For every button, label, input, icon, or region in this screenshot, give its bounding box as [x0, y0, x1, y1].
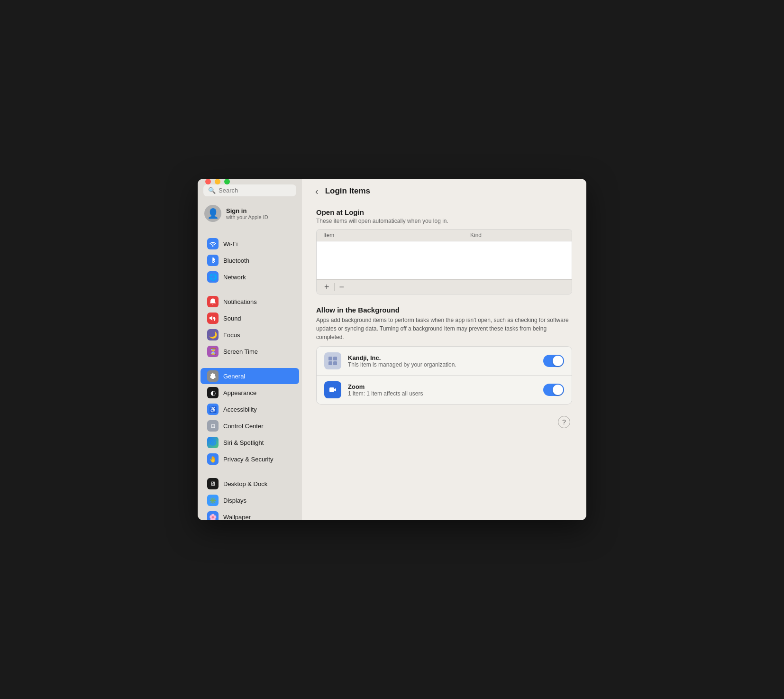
kandji-icon	[324, 352, 341, 369]
privacy-label: Privacy & Security	[223, 456, 273, 463]
column-item: Item	[323, 232, 470, 239]
system-preferences-window: 🔍 👤 Sign in with your Apple ID Wi-Fi	[198, 179, 586, 520]
sound-icon	[207, 313, 219, 324]
table-footer: + −	[317, 279, 572, 294]
open-at-login-section: Open at Login These items will open auto…	[316, 208, 572, 294]
accessibility-label: Accessibility	[223, 406, 257, 413]
main-header: ‹ Login Items	[302, 179, 586, 203]
sidebar-section-display: 🖥 Desktop & Dock ✳️ Displays 🌸 Wallpaper	[198, 473, 302, 520]
accessibility-icon: ♿	[207, 404, 219, 415]
sidebar-section-general: General ◐ Appearance ♿ Accessibility ⊞ C…	[198, 366, 302, 469]
sidebar-item-screentime[interactable]: ⏳ Screen Time	[201, 343, 299, 359]
table-header: Item Kind	[317, 230, 572, 241]
wallpaper-label: Wallpaper	[223, 514, 251, 521]
wifi-icon	[207, 238, 219, 249]
sidebar-section-network: Wi-Fi Bluetooth 🌐 Network	[198, 233, 302, 287]
kandji-info: Kandji, Inc. This item is managed by you…	[348, 354, 537, 368]
svg-rect-3	[333, 361, 337, 365]
search-input[interactable]	[219, 187, 292, 194]
sidebar-item-wifi[interactable]: Wi-Fi	[201, 236, 299, 252]
sidebar-section-notifications: Notifications Sound 🌙 Focus ⏳	[198, 291, 302, 362]
add-item-button[interactable]: +	[321, 282, 332, 292]
main-title: Login Items	[325, 186, 370, 196]
column-kind: Kind	[470, 232, 565, 239]
content-body: Open at Login These items will open auto…	[302, 203, 586, 442]
sidebar-item-appearance[interactable]: ◐ Appearance	[201, 385, 299, 401]
minimize-button[interactable]	[215, 179, 220, 184]
btn-divider	[334, 283, 335, 291]
zoom-name: Zoom	[348, 383, 537, 390]
allow-background-section: Allow in the Background Apps add backgro…	[316, 306, 572, 405]
displays-label: Displays	[223, 497, 246, 504]
sign-in-row[interactable]: 👤 Sign in with your Apple ID	[198, 201, 302, 226]
controlcenter-icon: ⊞	[207, 420, 219, 432]
maximize-button[interactable]	[224, 179, 230, 184]
wifi-label: Wi-Fi	[223, 240, 237, 248]
sidebar-item-privacy[interactable]: 🤚 Privacy & Security	[201, 451, 299, 467]
open-at-login-subtitle: These items will open automatically when…	[316, 218, 572, 224]
network-icon: 🌐	[207, 271, 219, 283]
remove-item-button[interactable]: −	[337, 282, 347, 292]
svg-rect-1	[333, 357, 337, 360]
notifications-icon	[207, 296, 219, 307]
sidebar-item-accessibility[interactable]: ♿ Accessibility	[201, 401, 299, 417]
kandji-desc: This item is managed by your organizatio…	[348, 361, 537, 368]
displays-icon: ✳️	[207, 495, 219, 506]
background-items-list: Kandji, Inc. This item is managed by you…	[316, 346, 572, 405]
focus-label: Focus	[223, 331, 240, 339]
siri-icon: 🌀	[207, 437, 219, 448]
bluetooth-icon	[207, 255, 219, 266]
sidebar-item-general[interactable]: General	[201, 368, 299, 384]
kandji-toggle[interactable]	[543, 355, 564, 367]
sign-in-title: Sign in	[226, 207, 268, 214]
svg-rect-2	[328, 361, 332, 365]
sidebar-item-desktop[interactable]: 🖥 Desktop & Dock	[201, 476, 299, 492]
zoom-icon	[324, 381, 341, 398]
sidebar-item-notifications[interactable]: Notifications	[201, 294, 299, 310]
avatar: 👤	[204, 205, 221, 222]
controlcenter-label: Control Center	[223, 423, 264, 430]
help-button[interactable]: ?	[558, 416, 570, 428]
sidebar-item-bluetooth[interactable]: Bluetooth	[201, 252, 299, 268]
title-bar	[198, 179, 302, 184]
desktop-icon: 🖥	[207, 478, 219, 489]
wallpaper-icon: 🌸	[207, 511, 219, 520]
network-label: Network	[223, 274, 246, 281]
sidebar-item-network[interactable]: 🌐 Network	[201, 269, 299, 285]
open-at-login-title: Open at Login	[316, 208, 572, 216]
login-items-table: Item Kind + −	[316, 229, 572, 294]
sidebar-item-sound[interactable]: Sound	[201, 310, 299, 326]
general-label: General	[223, 373, 245, 380]
background-item-zoom: Zoom 1 item: 1 item affects all users	[317, 375, 572, 404]
appearance-label: Appearance	[223, 389, 256, 396]
sidebar-item-wallpaper[interactable]: 🌸 Wallpaper	[201, 509, 299, 520]
search-bar[interactable]: 🔍	[203, 184, 296, 196]
notifications-label: Notifications	[223, 298, 257, 305]
zoom-info: Zoom 1 item: 1 item affects all users	[348, 383, 537, 397]
zoom-toggle[interactable]	[543, 384, 564, 396]
sidebar-item-controlcenter[interactable]: ⊞ Control Center	[201, 418, 299, 434]
close-button[interactable]	[205, 179, 211, 184]
screentime-label: Screen Time	[223, 348, 258, 355]
sign-in-subtitle: with your Apple ID	[226, 214, 268, 220]
bluetooth-label: Bluetooth	[223, 257, 249, 264]
user-icon: 👤	[207, 208, 219, 219]
sidebar-item-siri[interactable]: 🌀 Siri & Spotlight	[201, 434, 299, 451]
sidebar-item-focus[interactable]: 🌙 Focus	[201, 327, 299, 343]
privacy-icon: 🤚	[207, 453, 219, 465]
appearance-icon: ◐	[207, 387, 219, 398]
desktop-label: Desktop & Dock	[223, 480, 267, 487]
allow-background-desc: Apps add background items to perform tas…	[316, 316, 572, 341]
focus-icon: 🌙	[207, 329, 219, 340]
general-icon	[207, 370, 219, 382]
sidebar: 🔍 👤 Sign in with your Apple ID Wi-Fi	[198, 179, 302, 520]
sidebar-item-displays[interactable]: ✳️ Displays	[201, 492, 299, 508]
table-body	[317, 241, 572, 279]
sound-label: Sound	[223, 315, 241, 322]
back-button[interactable]: ‹	[313, 185, 320, 198]
search-icon: 🔍	[208, 187, 216, 194]
main-content: ‹ Login Items Open at Login These items …	[302, 179, 586, 520]
sign-in-text: Sign in with your Apple ID	[226, 207, 268, 220]
svg-rect-0	[328, 357, 332, 360]
screentime-icon: ⏳	[207, 346, 219, 357]
